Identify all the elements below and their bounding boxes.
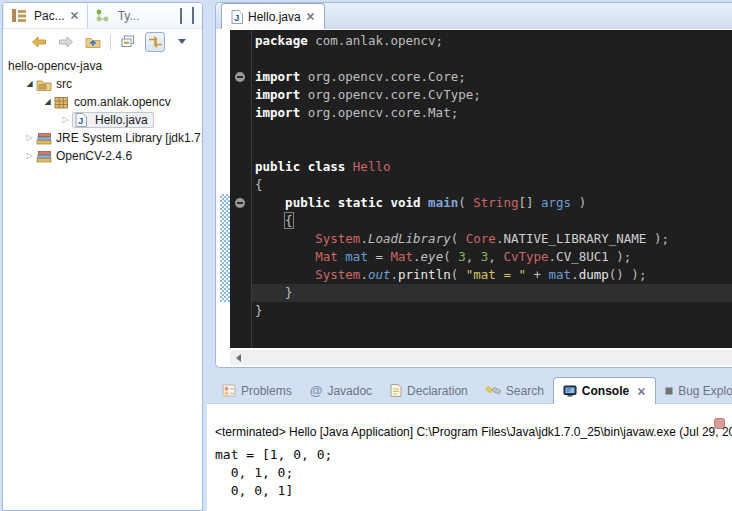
javadoc-icon: @ [310, 384, 323, 398]
editor-tab-label: Hello.java [248, 10, 301, 24]
code-line-9[interactable]: { [252, 176, 732, 194]
console-view: Problems@JavadocDeclarationSearchConsole… [207, 377, 732, 511]
tree-item-hello-java[interactable]: ▷JHello.java [3, 111, 202, 129]
up-button[interactable] [83, 32, 103, 52]
svg-text:J: J [234, 12, 239, 23]
console-process-title: <terminated> Hello [Java Application] C:… [215, 425, 732, 439]
console-output-line: 0, 0, 1] [215, 482, 732, 500]
tab-type-hierarchy[interactable]: Ty... [88, 3, 148, 28]
tab-javadoc[interactable]: @Javadoc [301, 377, 381, 404]
code-line-8[interactable]: public class Hello [252, 158, 732, 176]
console-tab-row: Problems@JavadocDeclarationSearchConsole… [207, 377, 732, 404]
tab-label: Console [582, 384, 629, 398]
annotation-gutter[interactable] [230, 30, 252, 348]
console-output-line: 0, 1, 0; [215, 464, 732, 482]
tab-label: Problems [241, 384, 292, 398]
java-file-icon: J [231, 10, 243, 24]
sidebar-tab-row: Pac... Ty... [3, 3, 202, 29]
src-folder-icon [36, 78, 53, 91]
tree-item-opencv-2-4-6[interactable]: ▷OpenCV-2.4.6 [3, 147, 202, 165]
tab-label: Declaration [407, 384, 468, 398]
close-icon[interactable] [70, 11, 79, 20]
tab-problems[interactable]: Problems [213, 377, 301, 404]
tab-label: Bug Explorer [678, 384, 732, 398]
code-editor[interactable]: package com.anlak.opencv; import org.ope… [220, 30, 732, 348]
library-icon [36, 150, 53, 163]
console-output[interactable]: mat = [1, 0, 0; 0, 1, 0; 0, 0, 1] [215, 446, 732, 500]
problems-icon [222, 384, 236, 397]
code-line-1[interactable]: package com.anlak.opencv; [252, 32, 732, 50]
code-line-4[interactable]: import org.opencv.core.CvType; [252, 86, 732, 104]
code-line-3[interactable]: import org.opencv.core.Core; [252, 68, 732, 86]
close-icon[interactable] [637, 387, 646, 396]
java-file-icon: J [75, 113, 92, 127]
code-line-2[interactable] [252, 50, 732, 68]
range-ruler [220, 30, 230, 348]
fold-collapse-icon[interactable] [235, 198, 245, 208]
tab-bug-explorer[interactable]: Bug Explorer [656, 377, 732, 404]
declaration-icon [390, 384, 402, 397]
tab-package-explorer-label: Pac... [34, 9, 65, 23]
range-indicator [220, 194, 230, 302]
project-tree: hello-opencv-java◢src◢com.anlak.opencv▷J… [3, 54, 202, 165]
code-line-5[interactable]: import org.opencv.core.Mat; [252, 104, 732, 122]
code-line-15[interactable]: } [252, 284, 732, 302]
collapse-all-button[interactable] [118, 32, 138, 52]
expand-arrow-icon[interactable]: ▷ [23, 147, 36, 165]
tab-type-hierarchy-label: Ty... [118, 9, 140, 23]
console-body: <terminated> Hello [Java Application] C:… [207, 403, 732, 511]
code-line-10[interactable]: public static void main( String[] args ) [252, 194, 732, 212]
collapse-arrow-icon[interactable]: ◢ [41, 93, 54, 111]
tree-item-label: Hello.java [92, 113, 151, 127]
tab-search[interactable]: Search [477, 377, 553, 404]
code-line-14[interactable]: System.out.println( "mat = " + mat.dump(… [252, 266, 732, 284]
expand-arrow-icon[interactable]: ▷ [59, 111, 72, 129]
search-icon [486, 384, 501, 397]
tab-declaration[interactable]: Declaration [381, 377, 477, 404]
maximize-button[interactable] [192, 9, 194, 23]
fold-collapse-icon[interactable] [235, 72, 245, 82]
toolbar-separator [110, 34, 111, 50]
horizontal-scrollbar[interactable] [230, 350, 732, 365]
link-with-editor-button[interactable] [145, 32, 165, 52]
editor-area: J Hello.java package com.anlak.opencv; i… [215, 2, 732, 368]
tab-hello-java[interactable]: J Hello.java [221, 3, 325, 29]
code-line-6[interactable] [252, 122, 732, 140]
package-explorer-icon [12, 9, 29, 22]
tree-item-com-anlak-opencv[interactable]: ◢com.anlak.opencv [3, 93, 202, 111]
editor-tab-row: J Hello.java [216, 3, 732, 29]
tree-item-label: src [53, 77, 75, 91]
close-icon[interactable] [306, 12, 315, 21]
scroll-left-icon[interactable] [236, 354, 241, 362]
forward-button[interactable] [56, 32, 76, 52]
type-hierarchy-icon [96, 9, 113, 22]
bug-icon [665, 387, 673, 395]
package-explorer-toolbar [3, 29, 202, 54]
tree-item-label: com.anlak.opencv [71, 95, 174, 109]
code-line-7[interactable] [252, 140, 732, 158]
svg-text:J: J [78, 115, 83, 126]
console-output-line: mat = [1, 0, 0; [215, 446, 732, 464]
view-menu-button[interactable] [172, 32, 192, 52]
code-line-16[interactable]: } [252, 302, 732, 320]
tree-item-label: OpenCV-2.4.6 [53, 149, 135, 163]
tree-item-hello-opencv-java[interactable]: hello-opencv-java [3, 57, 202, 75]
package-icon [54, 96, 71, 109]
library-icon [36, 132, 53, 145]
console-icon [563, 385, 577, 398]
tree-item-src[interactable]: ◢src [3, 75, 202, 93]
collapse-arrow-icon[interactable]: ◢ [23, 75, 36, 93]
code-text[interactable]: package com.anlak.opencv; import org.ope… [252, 30, 732, 348]
tab-label: Javadoc [327, 384, 372, 398]
tab-package-explorer[interactable]: Pac... [3, 3, 88, 28]
tree-item-label: JRE System Library [jdk1.7.0_25] [53, 131, 202, 145]
code-line-12[interactable]: System.LoadLibrary( Core.NATIVE_LIBRARY_… [252, 230, 732, 248]
minimize-button[interactable] [180, 9, 182, 23]
tab-console[interactable]: Console [553, 377, 656, 404]
tree-item-label: hello-opencv-java [5, 59, 105, 73]
back-button[interactable] [29, 32, 49, 52]
tree-item-jre-system-library-jdk1-7-0-25[interactable]: ▷JRE System Library [jdk1.7.0_25] [3, 129, 202, 147]
expand-arrow-icon[interactable]: ▷ [23, 129, 36, 147]
code-line-13[interactable]: Mat mat = Mat.eye( 3, 3, CvType.CV_8UC1 … [252, 248, 732, 266]
code-line-11[interactable]: { [252, 212, 732, 230]
